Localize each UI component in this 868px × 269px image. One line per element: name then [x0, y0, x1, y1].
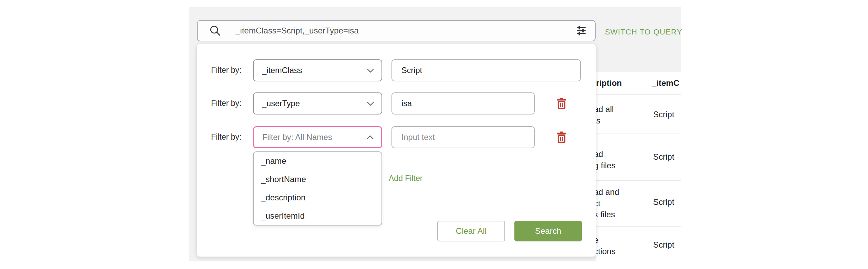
chevron-down-icon [366, 101, 375, 106]
add-filter-link[interactable]: Add Filter [389, 174, 422, 183]
filter-value-input[interactable] [391, 126, 535, 148]
filter-field-select[interactable]: _itemClass [253, 59, 382, 81]
filter-row-label: Filter by: [211, 99, 241, 108]
app-page: cription _itemC ad all ts Script ad g fi… [0, 0, 868, 269]
filter-value-input[interactable] [391, 92, 535, 114]
search-input[interactable]: _itemClass=Script,_userType=isa [197, 20, 596, 41]
row-divider [596, 133, 681, 133]
filter-tune-icon[interactable] [576, 25, 587, 36]
row-divider [596, 180, 681, 181]
column-header-description: cription [596, 78, 622, 88]
column-header-itemclass: _itemC [652, 78, 679, 88]
clear-all-button[interactable]: Clear All [437, 221, 505, 241]
table-row-itemclass: Script [653, 152, 674, 162]
search-button[interactable]: Search [514, 221, 582, 241]
results-table: cription _itemC ad all ts Script ad g fi… [596, 72, 681, 261]
delete-filter-button[interactable] [555, 97, 568, 110]
search-icon [209, 25, 221, 37]
filter-field-select[interactable]: _userType [253, 92, 382, 114]
switch-to-query-link[interactable]: SWITCH TO QUERY [605, 28, 682, 37]
dropdown-option-shortname[interactable]: _shortName [254, 170, 381, 189]
trash-icon [556, 98, 567, 109]
filter-panel: Filter by: _itemClass Filter by: _userTy… [197, 44, 596, 257]
header-divider [596, 94, 681, 94]
dropdown-option-useritemid[interactable]: _userItemId [254, 207, 381, 225]
field-options-dropdown: _name _shortName _description _userItemI… [253, 151, 382, 226]
table-row-description[interactable]: ad g files [596, 149, 616, 171]
chevron-down-icon [366, 68, 375, 73]
dropdown-option-description[interactable]: _description [254, 189, 381, 207]
table-row-itemclass: Script [653, 240, 674, 250]
filter-field-select-open[interactable]: Filter by: All Names [253, 126, 382, 148]
table-row-itemclass: Script [653, 110, 674, 119]
trash-icon [556, 131, 567, 143]
filter-row-label: Filter by: [211, 66, 241, 75]
search-query-text: _itemClass=Script,_userType=isa [236, 26, 576, 36]
filter-row-label: Filter by: [211, 132, 241, 142]
chevron-up-icon [366, 135, 374, 140]
row-divider [596, 226, 681, 227]
table-row-description[interactable]: ad all ts [596, 104, 614, 126]
delete-filter-button[interactable] [555, 131, 568, 144]
table-row-description[interactable]: e ctions [596, 235, 616, 257]
dropdown-option-name[interactable]: _name [254, 152, 381, 170]
filter-value-input[interactable] [391, 59, 581, 81]
table-row-itemclass: Script [653, 197, 674, 207]
table-row-description[interactable]: ad and ct k files [596, 187, 619, 220]
